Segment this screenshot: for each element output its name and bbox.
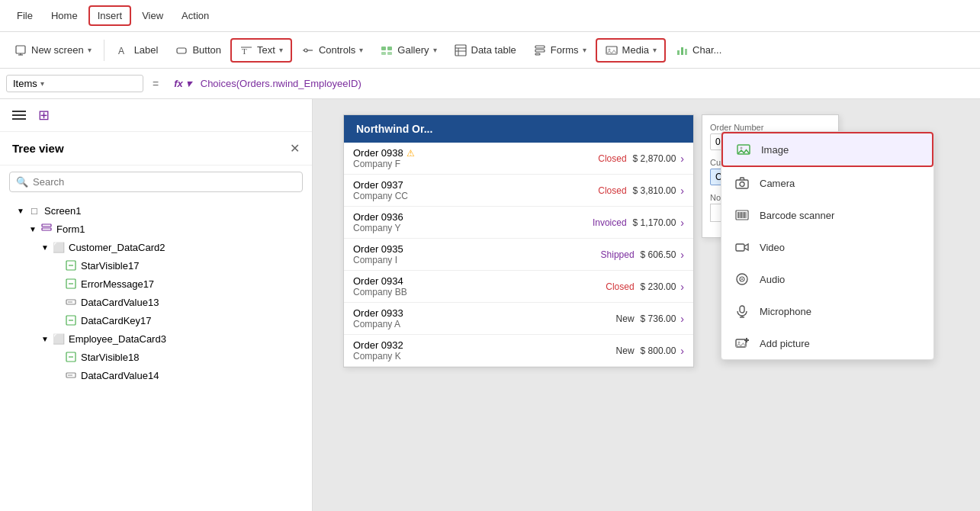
new-screen-button[interactable]: New screen ▾	[6, 40, 99, 61]
chart-button[interactable]: Char...	[667, 40, 729, 61]
tree-item-form1[interactable]: ▼ Form1	[0, 220, 312, 238]
formula-dropdown-chevron: ▾	[40, 79, 44, 88]
datatable-button[interactable]: Data table	[446, 40, 524, 61]
order-amount-0935: $ 606.50	[641, 249, 676, 260]
sidebar-header: ⊞	[0, 99, 312, 132]
tree-item-customer-datacard2[interactable]: ▼ ⬜ Customer_DataCard2	[0, 238, 312, 256]
dropdown-item-microphone[interactable]: Microphone	[721, 295, 933, 327]
expand-arrow-employeecard: ▼	[40, 333, 50, 344]
datatable-icon	[454, 43, 468, 57]
tree-item-employee-datacard3[interactable]: ▼ ⬜ Employee_DataCard3	[0, 329, 312, 348]
expand-arrow-customercard: ▼	[40, 242, 50, 252]
tree-item-errormessage17[interactable]: ▶ ErrorMessage17	[0, 275, 312, 293]
svg-rect-11	[387, 47, 392, 50]
card-icon: ⬜	[52, 240, 66, 254]
order-table: Order 0938 ⚠ Company F Closed $ 2,870.00…	[344, 143, 693, 367]
tree-close-button[interactable]: ✕	[290, 141, 300, 156]
forms-button[interactable]: Forms ▾	[525, 40, 594, 61]
canvas-area: Northwind Or... Order 0938 ⚠ Company F C…	[313, 99, 980, 511]
label-btn-label: Label	[134, 44, 159, 56]
layers-icon: ⊞	[38, 107, 50, 124]
order-arrow-0937: ›	[680, 185, 684, 197]
order-num-0938: Order 0938 ⚠	[353, 147, 598, 159]
order-info-0936: Order 0936 Company Y	[353, 211, 593, 233]
card-icon-emp: ⬜	[52, 332, 66, 345]
button-button[interactable]: Button	[167, 40, 229, 61]
order-status-0936: Invoiced	[593, 217, 627, 228]
tree-content: ▼ □ Screen1 ▼ Form1 ▼ ⬜ Customer_DataCar…	[0, 198, 312, 387]
dropdown-item-audio[interactable]: Audio	[721, 263, 933, 295]
search-icon: 🔍	[16, 176, 28, 188]
svg-point-41	[741, 147, 743, 149]
dropdown-label-image: Image	[761, 144, 789, 156]
camera-icon	[734, 175, 750, 191]
controls-button[interactable]: Controls ▾	[294, 40, 371, 61]
order-row-0937[interactable]: Order 0937 Company CC Closed $ 3,810.00 …	[344, 175, 693, 207]
menu-file[interactable]: File	[9, 7, 40, 24]
menu-action[interactable]: Action	[174, 7, 217, 24]
button-btn-label: Button	[192, 44, 221, 56]
dropdown-label-barcode: Barcode scanner	[760, 210, 834, 221]
order-row-0936[interactable]: Order 0936 Company Y Invoiced $ 1,170.00…	[344, 207, 693, 239]
svg-text:T: T	[242, 47, 247, 56]
order-row-0932[interactable]: Order 0932 Company K New $ 800.00 ›	[344, 335, 693, 367]
order-amount-0938: $ 2,870.00	[633, 153, 676, 164]
svg-rect-51	[736, 244, 744, 251]
dropdown-label-microphone: Microphone	[760, 306, 811, 317]
tree-item-datacardkey17[interactable]: ▶ DataCardKey17	[0, 311, 312, 329]
tree-item-starvisible18[interactable]: ▶ StarVisible18	[0, 348, 312, 366]
dropdown-item-addpicture[interactable]: Add picture	[721, 327, 933, 359]
label-button[interactable]: A Label	[109, 40, 166, 61]
order-status-0934: Closed	[606, 281, 634, 292]
menu-home[interactable]: Home	[43, 7, 85, 24]
order-row-0935[interactable]: Order 0935 Company I Shipped $ 606.50 ›	[344, 239, 693, 271]
toolbar: New screen ▾ A Label Button T Text ▾ Con…	[0, 32, 980, 69]
image-icon	[735, 141, 752, 158]
app-header: Northwind Or...	[344, 115, 693, 143]
media-button[interactable]: Media ▾	[596, 38, 666, 63]
order-status-0933: New	[616, 313, 635, 324]
media-icon	[605, 43, 619, 57]
new-screen-label: New screen	[31, 44, 84, 56]
svg-rect-55	[740, 306, 744, 313]
text-button[interactable]: T Text ▾	[230, 38, 292, 63]
tree-item-starvisible17[interactable]: ▶ StarVisible17	[0, 256, 312, 275]
svg-rect-12	[381, 52, 386, 55]
order-row-0938[interactable]: Order 0938 ⚠ Company F Closed $ 2,870.00…	[344, 143, 693, 175]
app-preview: Northwind Or... Order 0938 ⚠ Company F C…	[343, 114, 694, 368]
order-amount-0937: $ 3,810.00	[633, 185, 676, 196]
svg-rect-20	[535, 53, 540, 55]
order-amount-0932: $ 800.00	[641, 345, 676, 356]
formula-dropdown[interactable]: Items ▾	[6, 75, 143, 92]
gallery-btn-label: Gallery	[397, 44, 429, 56]
search-input[interactable]	[33, 176, 296, 188]
order-row-0933[interactable]: Order 0933 Company A New $ 736.00 ›	[344, 303, 693, 335]
sidebar: ⊞ Tree view ✕ 🔍 ▼ □ Screen1 ▼	[0, 99, 313, 511]
dropdown-item-image[interactable]: Image	[721, 132, 933, 167]
menu-view[interactable]: View	[134, 7, 171, 24]
svg-point-22	[608, 48, 610, 50]
dropdown-item-video[interactable]: Video	[721, 231, 933, 263]
tree-item-screen1[interactable]: ▼ □ Screen1	[0, 201, 312, 220]
dropdown-item-camera[interactable]: Camera	[721, 167, 933, 199]
tree-panel: Tree view ✕ 🔍 ▼ □ Screen1 ▼	[0, 132, 312, 511]
menu-insert[interactable]: Insert	[88, 5, 132, 26]
order-info-0933: Order 0933 Company A	[353, 307, 616, 329]
tree-item-datacardvalue13[interactable]: ▶ DataCardValue13	[0, 293, 312, 311]
tree-label-starvisible18: StarVisible18	[81, 352, 139, 363]
svg-point-54	[741, 278, 743, 280]
order-arrow-0935: ›	[680, 249, 684, 261]
text-icon-dcv14	[64, 368, 78, 382]
order-num-0936: Order 0936	[353, 211, 593, 223]
dropdown-item-barcode[interactable]: Barcode scanner	[721, 199, 933, 231]
svg-point-43	[740, 182, 744, 187]
order-status-0937: Closed	[598, 185, 626, 196]
expand-arrow-screen1: ▼	[15, 205, 26, 216]
formula-input[interactable]	[201, 78, 974, 89]
tree-item-datacardvalue14[interactable]: ▶ DataCardValue14	[0, 366, 312, 384]
gallery-button[interactable]: Gallery ▾	[372, 40, 444, 61]
order-info-0935: Order 0935 Company I	[353, 243, 601, 265]
form-icon	[40, 222, 53, 236]
hamburger-menu[interactable]	[9, 105, 29, 125]
order-row-0934[interactable]: Order 0934 Company BB Closed $ 230.00 ›	[344, 271, 693, 303]
